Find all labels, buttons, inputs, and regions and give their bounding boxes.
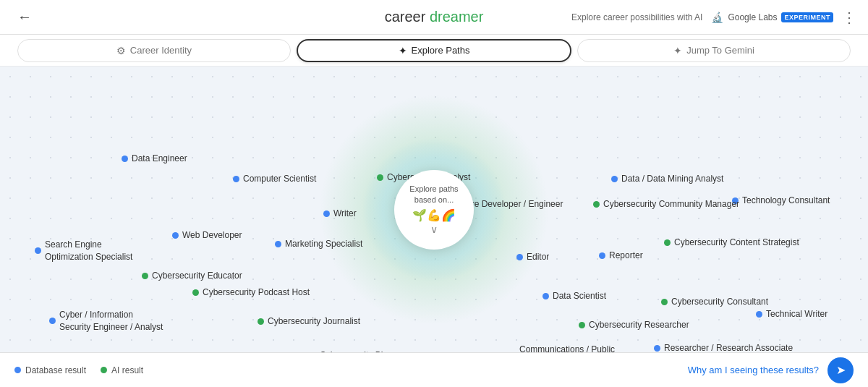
node-dot-cybersecurity-journalist [258,318,264,325]
node-label-cybersecurity-community: Cybersecurity Community Manager [603,199,739,209]
header-left: ← [12,6,38,28]
node-cybersecurity-community[interactable]: Cybersecurity Community Manager [593,199,739,209]
title-career: career [385,9,430,25]
node-dot-cybersecurity-content-strategist [664,239,671,246]
node-label-search-engine-optimization: Search Engine Optimization Specialist [45,239,132,263]
node-data-scientist[interactable]: Data Scientist [542,291,606,301]
node-cybersecurity-journalist[interactable]: Cybersecurity Journalist [258,316,360,326]
node-researcher-associate[interactable]: Researcher / Research Associate [654,343,793,352]
center-circle-chevron: ∨ [430,224,438,235]
node-reporter[interactable]: Reporter [599,250,643,260]
send-button[interactable]: ➤ [827,357,854,383]
node-cybersecurity-content-strategist[interactable]: Cybersecurity Content Strategist [664,237,799,247]
experiment-badge: EXPERIMENT [781,12,833,22]
node-search-engine-optimization[interactable]: Search Engine Optimization Specialist [35,239,132,263]
database-label: Database result [25,365,86,375]
node-label-data-scientist: Data Scientist [553,291,606,301]
node-label-web-developer: Web Developer [182,230,242,240]
node-dot-cybersecurity-consultant [661,299,668,305]
node-marketing-specialist[interactable]: Marketing Specialist [275,239,362,249]
header: ← career dreamer Explore career possibil… [0,0,868,35]
footer: Database result AI result Why am I seein… [0,352,868,387]
node-dot-technical-writer [756,311,762,318]
node-communications-pr-specialist[interactable]: Communications / Public Relations Specia… [509,344,615,352]
node-technical-writer[interactable]: Technical Writer [756,309,827,319]
node-cybersecurity-consultant[interactable]: Cybersecurity Consultant [661,297,768,307]
node-dot-cybersecurity-community [593,201,600,208]
ai-label: AI result [111,365,143,375]
node-label-cybersecurity-journalist: Cybersecurity Journalist [268,316,360,326]
footer-right: Why am I seeing these results? ➤ [688,357,854,383]
title-dreamer: dreamer [430,9,483,25]
node-data-mining-analyst[interactable]: Data / Data Mining Analyst [611,174,723,184]
explore-paths-icon: ✦ [399,45,407,56]
node-writer[interactable]: Writer [323,208,357,218]
node-label-data-mining-analyst: Data / Data Mining Analyst [621,174,723,184]
node-dot-data-scientist [542,293,549,299]
header-right: Explore career possibilities with AI 🔬 G… [571,9,856,26]
tab-career-identity-label: Career Identity [130,45,192,56]
tab-career-identity[interactable]: ⚙ Career Identity [17,39,291,62]
tab-explore-paths-label: Explore Paths [412,45,470,56]
more-icon[interactable]: ⋮ [842,9,856,26]
legend: Database result AI result [14,365,143,375]
google-labs-label: Google Labs [728,12,777,22]
database-dot [14,367,21,373]
node-cyber-info-security[interactable]: Cyber / Information Security Engineer / … [49,309,163,333]
node-editor[interactable]: Editor [516,252,549,262]
node-dot-cybersecurity-educator [142,273,148,279]
node-technology-consultant[interactable]: Technology Consultant [732,195,830,205]
jump-to-gemini-icon: ✦ [673,45,682,56]
why-button[interactable]: Why am I seeing these results? [688,365,819,375]
node-label-cybersecurity-educator: Cybersecurity Educator [152,271,242,281]
ai-dot [101,367,107,373]
node-label-cybersecurity-podcast: Cybersecurity Podcast Host [203,287,310,297]
center-circle-text: Explore paths based on... [394,184,474,206]
node-dot-cybersecurity-podcast [192,289,199,296]
tab-jump-to-gemini-label: Jump To Gemini [686,45,754,56]
node-label-technology-consultant: Technology Consultant [742,195,830,205]
node-dot-marketing-specialist [275,241,281,247]
legend-database: Database result [14,365,86,375]
node-dot-cybersecurity-analyst [377,174,383,181]
tab-jump-to-gemini[interactable]: ✦ Jump To Gemini [577,39,851,62]
node-dot-computer-scientist [233,176,239,182]
career-identity-icon: ⚙ [116,45,126,56]
node-label-cybersecurity-content-strategist: Cybersecurity Content Strategist [674,237,799,247]
nav-tabs: ⚙ Career Identity ✦ Explore Paths ✦ Jump… [0,35,868,67]
node-label-cybersecurity-researcher: Cybersecurity Researcher [589,320,689,330]
legend-ai: AI result [101,365,143,375]
node-label-computer-scientist: Computer Scientist [243,174,316,184]
node-dot-cybersecurity-researcher [579,322,585,328]
center-circle[interactable]: Explore paths based on... 🌱💪🌈 ∨ [394,170,474,250]
node-dot-search-engine-optimization [35,247,41,254]
node-label-reporter: Reporter [609,250,643,260]
center-circle-icons: 🌱💪🌈 [412,208,456,222]
back-button[interactable]: ← [12,6,38,28]
node-dot-researcher-associate [654,345,660,352]
node-dot-web-developer [172,232,179,239]
node-label-researcher-associate: Researcher / Research Associate [664,343,793,352]
node-data-engineer[interactable]: Data Engineer [122,153,187,163]
node-label-communications-pr-specialist: Communications / Public Relations Specia… [519,344,615,352]
node-computer-scientist[interactable]: Computer Scientist [233,174,316,184]
node-dot-cyber-info-security [49,318,56,324]
node-cybersecurity-podcast[interactable]: Cybersecurity Podcast Host [192,287,310,297]
node-label-editor: Editor [527,252,549,262]
node-cybersecurity-educator[interactable]: Cybersecurity Educator [142,271,242,281]
node-dot-writer [323,210,330,217]
node-dot-reporter [599,252,605,259]
node-label-cybersecurity-consultant: Cybersecurity Consultant [671,297,768,307]
app-title: career dreamer [385,9,484,25]
node-dot-editor [516,254,523,260]
send-icon: ➤ [836,363,846,377]
node-dot-data-engineer [122,156,128,162]
google-labs: 🔬 Google Labs EXPERIMENT [711,12,833,23]
header-subtitle: Explore career possibilities with AI [571,12,702,22]
node-label-technical-writer: Technical Writer [766,309,827,319]
node-cybersecurity-researcher[interactable]: Cybersecurity Researcher [579,320,689,330]
node-web-developer[interactable]: Web Developer [172,230,242,240]
node-dot-data-mining-analyst [611,176,618,182]
tab-explore-paths[interactable]: ✦ Explore Paths [297,39,571,62]
google-icon: 🔬 [711,12,723,23]
